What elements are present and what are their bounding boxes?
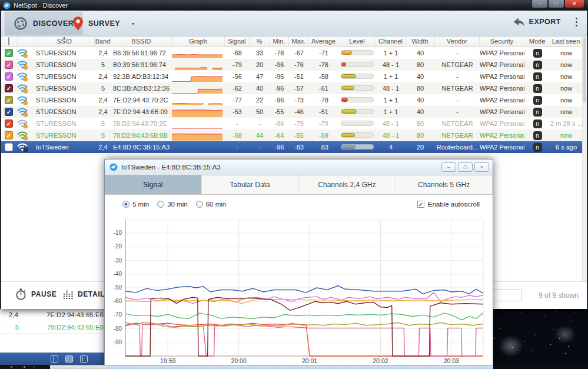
column-header-width[interactable]: Width (406, 36, 435, 47)
columns-view-icon[interactable] (51, 355, 58, 363)
row-checkbox[interactable]: ✓ (5, 131, 13, 139)
radio-60-min[interactable]: 60 min (196, 201, 227, 208)
wifi-lock-icon (16, 129, 28, 141)
cell-channel: 4 (376, 141, 406, 153)
table-scrollbar[interactable] (582, 36, 587, 281)
column-header-check[interactable] (1, 36, 16, 47)
row-checkbox[interactable]: ✓ (5, 108, 13, 116)
network-row-2[interactable]: ✓STURESSON5B0:39:56:91:96:74-7920-96-76-… (1, 59, 582, 71)
tab-survey[interactable]: SURVEY (65, 12, 128, 35)
column-header-mode[interactable]: Mode (524, 36, 550, 47)
column-header-max[interactable]: Max. (289, 36, 309, 47)
cell-level (338, 59, 376, 71)
column-header-vendor[interactable]: Vendor (435, 36, 480, 47)
network-row-5[interactable]: ✓STURESSON2,47E:D2:94:43:70:2C-7722-96-7… (1, 94, 582, 106)
network-row-1[interactable]: ✓STURESSON2,4B6:39:56:91:96:72-6833-78-6… (1, 47, 582, 59)
column-header-ssid[interactable]: SSID▴ (34, 36, 95, 47)
row-checkbox[interactable]: ✓ (5, 61, 13, 69)
taskbar-segment[interactable] (50, 365, 103, 369)
minimize-button[interactable]: – (441, 162, 456, 172)
network-row-4[interactable]: ✓STURESSON58C:3B:AD:B3:12:36-6240-96-57-… (1, 82, 582, 94)
column-header-bssid[interactable]: BSSID (111, 36, 172, 47)
row-checkbox[interactable]: ✓ (5, 72, 13, 81)
signal-history-sparkline (172, 82, 222, 94)
maximize-button[interactable]: □ (548, 0, 564, 8)
details-window-titlebar[interactable]: IoTSweden - E4:8D:8C:3B:15:A3 – □ × (105, 159, 493, 175)
windows-taskbar[interactable] (0, 365, 588, 369)
cell-level (338, 118, 376, 129)
cell-wifi (16, 118, 34, 129)
column-header-channel[interactable]: Channel (376, 36, 406, 47)
column-header-band[interactable]: Band (95, 36, 111, 47)
overflow-menu-button[interactable] (576, 18, 577, 26)
minimize-button[interactable]: – (531, 0, 548, 8)
column-header-signal[interactable]: Signal (225, 36, 250, 47)
pause-button[interactable]: PAUSE (15, 288, 57, 300)
close-button[interactable]: × (564, 0, 584, 8)
network-row-7[interactable]: ✓STURESSON578:D2:94:43:70:2E---96-79-794… (1, 118, 582, 129)
cell-width: 40 (406, 106, 435, 118)
column-header-level[interactable]: Level (338, 36, 376, 47)
cell-vendor: Routerboard... (435, 141, 480, 153)
x-tick-label: 20:01 (302, 357, 317, 364)
autoscroll-checkbox[interactable]: ✓ (417, 201, 424, 208)
window-titlebar[interactable]: NetSpot - Discover – □ × (0, 0, 588, 11)
survey-dropdown-caret[interactable]: ▾ (132, 21, 134, 26)
column-header-graph[interactable]: Graph (172, 36, 225, 47)
column-header-pct[interactable]: % (250, 36, 270, 47)
details-button[interactable]: DETAILS (62, 288, 110, 300)
taskbar-pinned-icons[interactable] (0, 365, 50, 369)
network-row-8[interactable]: ✓STURESSON578:D2:94:43:6B:0B-5844-64-55-… (1, 129, 582, 141)
row-checkbox[interactable]: ✓ (5, 119, 13, 128)
wifi-lock-icon (16, 82, 28, 94)
y-tick-label: -30 (114, 257, 122, 264)
cell-pct: 50 (250, 106, 270, 118)
taskbar-buttons[interactable] (103, 365, 493, 369)
time-range-radios: 5 min30 min60 min (122, 201, 226, 208)
radio-5-min[interactable]: 5 min (122, 201, 149, 208)
cell-ssid: STURESSON (34, 106, 95, 118)
maximize-button[interactable]: □ (458, 162, 473, 172)
tab-signal[interactable]: Signal (105, 175, 202, 194)
background-row-bssid: 78:D2:94:43:65:E8 (22, 321, 104, 333)
column-header-security[interactable]: Security (480, 36, 524, 47)
tab-channels-5-ghz[interactable]: Channels 5 GHz (396, 175, 493, 194)
cell-signal: -77 (225, 94, 250, 106)
cell-wifi (16, 82, 34, 94)
tab-channels-2-4-ghz[interactable]: Channels 2,4 GHz (299, 175, 396, 194)
cell-graph (172, 71, 225, 82)
column-header-last[interactable]: Last seen (550, 36, 582, 47)
column-header-avg[interactable]: Average (309, 36, 338, 47)
autoscroll-control[interactable]: ✓ Enable autoscroll (417, 201, 480, 208)
column-header-wifi[interactable] (16, 36, 34, 47)
row-checkbox[interactable]: ✓ (5, 96, 13, 104)
network-row-9[interactable]: IoTSweden2,4E4:8D:8C:3B:15:A3---96-83-83… (1, 141, 582, 153)
network-row-6[interactable]: ✓STURESSON2,47E:D2:94:43:6B:09-5350-55-4… (1, 106, 582, 118)
row-checkbox[interactable]: ✓ (5, 49, 13, 57)
radio-30-min[interactable]: 30 min (157, 201, 188, 208)
mode-badge: n (533, 96, 542, 105)
select-all-checkbox[interactable] (8, 37, 9, 45)
network-row-3[interactable]: ✓STURESSON2,492:3B:AD:B3:12:34-5647-96-5… (1, 71, 582, 82)
export-arrow-icon (512, 16, 525, 27)
cell-vendor: - (435, 47, 480, 59)
settings-view-icon[interactable] (80, 355, 88, 363)
cell-ssid: STURESSON (34, 71, 95, 82)
row-checkbox[interactable]: ✓ (5, 84, 13, 92)
wifi-lock-icon (16, 71, 28, 82)
signal-history-sparkline (172, 129, 222, 141)
column-header-min[interactable]: Min. (270, 36, 289, 47)
export-button[interactable]: EXPORT (512, 16, 561, 27)
y-tick-label: -10 (114, 230, 122, 236)
tab-tabular-data[interactable]: Tabular Data (202, 175, 299, 194)
row-checkbox[interactable] (5, 143, 13, 151)
close-button[interactable]: × (474, 162, 489, 172)
mode-badge: n (533, 143, 542, 152)
cell-signal: -62 (225, 82, 250, 94)
mode-badge: n (533, 108, 542, 117)
cell-security: WPA2 Personal (480, 141, 524, 153)
cell-signal: -79 (225, 59, 250, 71)
table-view-icon[interactable] (65, 355, 73, 363)
cell-vendor: NETGEAR (435, 59, 480, 71)
cell-bssid: B0:39:56:91:96:74 (111, 59, 172, 71)
